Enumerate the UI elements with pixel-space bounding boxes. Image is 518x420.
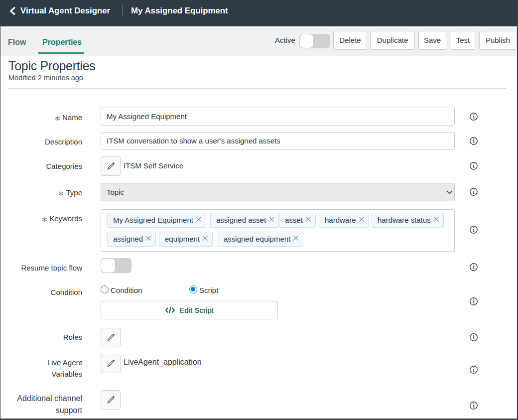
- svg-text:i: i: [473, 334, 475, 340]
- svg-text:i: i: [473, 367, 475, 373]
- svg-text:i: i: [473, 189, 475, 195]
- svg-text:i: i: [473, 138, 475, 144]
- svg-text:i: i: [473, 163, 475, 169]
- svg-text:i: i: [473, 227, 475, 233]
- svg-text:i: i: [473, 114, 475, 120]
- svg-text:i: i: [473, 403, 475, 409]
- svg-text:i: i: [473, 264, 475, 270]
- svg-text:i: i: [473, 298, 475, 304]
